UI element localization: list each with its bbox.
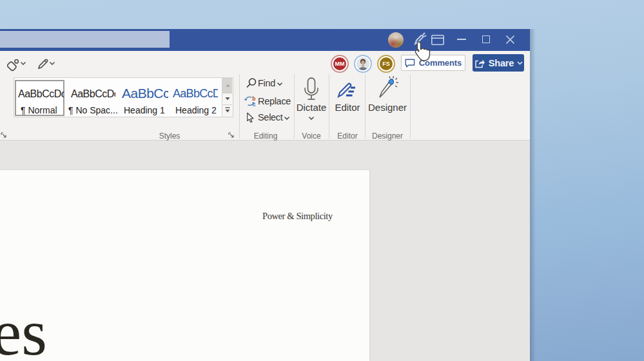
svg-text:c: c [253, 101, 256, 108]
